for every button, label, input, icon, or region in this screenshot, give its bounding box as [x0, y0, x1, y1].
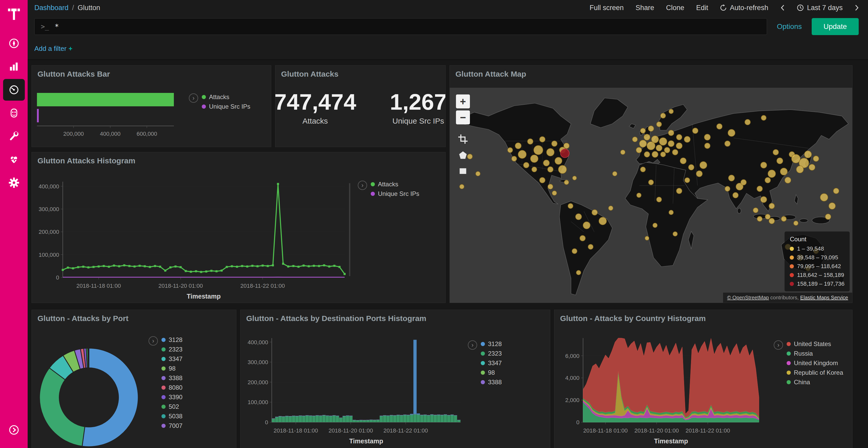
legend-item[interactable]: 79,095 – 118,642 [790, 263, 844, 270]
attack-marker[interactable] [664, 147, 670, 153]
attack-marker[interactable] [652, 136, 659, 143]
edit-button[interactable]: Edit [696, 4, 708, 12]
attack-marker[interactable] [733, 193, 738, 198]
attack-marker[interactable] [680, 158, 686, 164]
attack-marker[interactable] [833, 188, 839, 194]
attack-marker[interactable] [765, 177, 771, 183]
attack-marker[interactable] [659, 138, 667, 145]
attacks-bar-chart[interactable]: 200,000400,000600,000 [37, 91, 177, 145]
attack-marker[interactable] [592, 210, 597, 215]
time-back-button[interactable] [780, 4, 785, 11]
attack-marker[interactable] [632, 137, 638, 142]
attack-marker[interactable] [769, 203, 774, 209]
attack-marker[interactable] [555, 157, 562, 164]
attack-marker[interactable] [813, 156, 819, 162]
attack-marker[interactable] [507, 148, 513, 153]
attack-marker[interactable] [765, 214, 770, 219]
legend-toggle-icon[interactable]: › [468, 340, 477, 350]
elastic-maps-service-link[interactable]: Elastic Maps Service [800, 295, 848, 300]
search-input-container[interactable]: >_ [34, 18, 767, 35]
attack-marker[interactable] [648, 180, 654, 185]
attack-marker[interactable] [688, 164, 694, 170]
attack-marker[interactable] [660, 152, 666, 157]
legend-item[interactable]: 2323 [481, 350, 502, 357]
breadcrumb-dashboard-link[interactable]: Dashboard [34, 4, 68, 12]
attack-marker[interactable] [543, 160, 550, 166]
attack-marker[interactable] [515, 143, 521, 149]
destination-ports-histogram-chart[interactable]: 0100,000200,000300,000400,0002018-11-18 … [245, 335, 464, 445]
attack-marker[interactable] [534, 145, 543, 155]
attack-marker[interactable] [761, 196, 767, 203]
attack-marker[interactable] [609, 206, 613, 211]
discover-compass-icon[interactable] [3, 33, 25, 54]
attack-marker[interactable] [753, 208, 758, 213]
attack-marker[interactable] [539, 177, 545, 183]
legend-item[interactable]: 8080 [161, 384, 182, 391]
attack-marker[interactable] [668, 141, 674, 147]
attack-marker[interactable] [757, 216, 762, 221]
legend-item[interactable]: 3388 [481, 379, 502, 386]
attack-marker[interactable] [636, 147, 642, 153]
attack-marker[interactable] [717, 124, 722, 129]
attack-marker[interactable] [599, 217, 607, 225]
legend-item[interactable]: 3347 [161, 355, 182, 363]
attack-marker[interactable] [580, 235, 585, 241]
attack-marker[interactable] [672, 149, 678, 155]
legend-item[interactable]: 3128 [481, 340, 502, 348]
attack-marker[interactable] [668, 130, 674, 136]
legend-item[interactable]: 39,548 – 79,095 [790, 254, 844, 261]
attack-marker[interactable] [777, 158, 783, 164]
attack-marker[interactable] [552, 191, 557, 195]
legend-item[interactable]: 3128 [161, 336, 182, 343]
legend-item[interactable]: 1 – 39,548 [790, 245, 844, 252]
attack-marker[interactable] [613, 171, 617, 176]
legend-item[interactable]: Unique Src IPs [202, 103, 250, 110]
attack-marker[interactable] [669, 210, 674, 215]
attack-marker[interactable] [728, 175, 735, 181]
attack-marker[interactable] [676, 188, 682, 194]
attack-marker[interactable] [745, 119, 750, 125]
country-histogram-chart[interactable]: 02,0004,0006,0002018-11-18 01:002018-11-… [559, 335, 763, 445]
attack-marker[interactable] [644, 134, 650, 140]
attack-marker[interactable] [700, 162, 707, 169]
map-zoom-in-button[interactable]: + [456, 95, 470, 108]
attack-marker[interactable] [640, 140, 647, 147]
legend-item[interactable]: China [786, 379, 843, 386]
legend-toggle-icon[interactable]: › [774, 340, 783, 350]
attack-marker[interactable] [648, 126, 654, 131]
attack-marker[interactable] [768, 170, 776, 177]
legend-item[interactable]: Republic of Korea [786, 369, 843, 376]
attack-marker[interactable] [512, 156, 517, 161]
attack-marker[interactable] [656, 197, 661, 202]
attack-marker[interactable] [568, 203, 573, 208]
attack-marker[interactable] [785, 177, 791, 183]
collapse-nav-icon[interactable] [3, 419, 25, 441]
attack-marker[interactable] [773, 149, 779, 155]
attack-marker[interactable] [705, 143, 710, 149]
attack-marker[interactable] [829, 203, 835, 209]
attack-marker[interactable] [685, 177, 690, 183]
attack-marker[interactable] [757, 186, 763, 192]
attack-marker[interactable] [572, 248, 577, 254]
full-screen-button[interactable]: Full screen [590, 4, 624, 12]
legend-item[interactable]: 118,642 – 158,189 [790, 272, 844, 278]
attack-marker[interactable] [645, 236, 649, 240]
legend-item[interactable]: 98 [481, 369, 502, 376]
clone-button[interactable]: Clone [666, 4, 684, 12]
ports-donut-chart[interactable] [38, 347, 139, 448]
t-mobile-logo[interactable] [6, 7, 22, 22]
attack-marker[interactable] [676, 134, 682, 140]
attack-marker[interactable] [684, 136, 690, 142]
attack-marker[interactable] [728, 129, 735, 137]
attack-marker[interactable] [792, 154, 800, 163]
share-button[interactable]: Share [636, 4, 654, 12]
attack-marker[interactable] [530, 155, 538, 163]
attack-marker[interactable] [673, 232, 677, 236]
attack-marker[interactable] [725, 186, 730, 192]
attack-marker[interactable] [641, 128, 646, 133]
attack-marker[interactable] [741, 180, 746, 185]
attack-marker[interactable] [621, 150, 625, 154]
legend-item[interactable]: Russia [786, 350, 843, 357]
legend-item[interactable]: 502 [161, 403, 182, 410]
attack-marker[interactable] [548, 167, 553, 172]
